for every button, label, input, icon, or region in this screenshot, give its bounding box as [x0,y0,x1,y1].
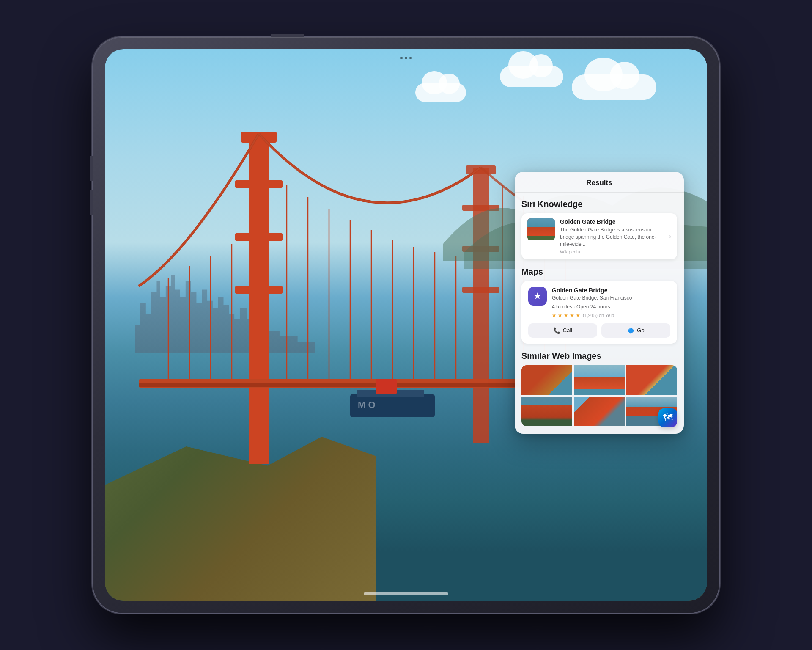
svg-rect-4 [235,286,283,294]
knowledge-title: Golden Gate Bridge [560,218,664,225]
svg-rect-2 [235,180,283,188]
maps-icon: 🗺 [663,412,672,423]
star-1: ★ [552,312,557,318]
rating-row: ★ ★ ★ ★ ★ (1,915) on Yelp [552,312,670,318]
maps-distance: 4.5 miles · Open 24 hours [552,303,670,311]
siri-knowledge-section-label: Siri Knowledge [521,199,677,209]
panel-header: Results [515,172,684,193]
knowledge-thumbnail [527,218,555,240]
camera-dot-2 [405,57,407,59]
maps-info: Golden Gate Bridge Golden Gate Bridge, S… [552,287,670,318]
camera-dots [400,57,412,59]
ipad-device: M O Results Siri Knowledge [93,37,719,613]
star-2: ★ [558,312,562,318]
similar-image-3[interactable] [626,365,677,395]
panel-title: Results [586,179,612,187]
svg-rect-3 [235,233,283,241]
call-button[interactable]: 📞 Call [528,323,597,338]
similar-images-grid [521,365,677,426]
svg-rect-6 [466,165,496,174]
star-5-half: ★ [576,312,580,318]
knowledge-card[interactable]: Golden Gate Bridge The Golden Gate Bridg… [521,213,677,259]
svg-rect-1 [241,132,277,143]
cloud-3 [415,83,466,102]
maps-location-subtitle: Golden Gate Bridge, San Francisco [552,295,670,302]
power-button[interactable] [271,34,304,37]
cloud-2 [500,66,563,87]
siri-maps-icon[interactable]: 🗺 [658,408,677,427]
home-indicator[interactable] [364,592,448,595]
device-screen: M O Results Siri Knowledge [105,49,707,601]
maps-card-top: ★ Golden Gate Bridge Golden Gate Bridge,… [528,287,670,318]
star-3: ★ [564,312,568,318]
camera-dot-3 [409,57,412,59]
call-button-label: Call [563,327,572,333]
chevron-right-icon: › [669,233,671,240]
phone-icon: 📞 [553,327,560,334]
device-frame: M O Results Siri Knowledge [93,37,719,613]
volume-up-button[interactable] [90,156,93,181]
panel-content: Siri Knowledge Golden Gate Bridge The Go… [515,193,684,434]
svg-rect-8 [462,246,499,252]
maps-card: ★ Golden Gate Bridge Golden Gate Bridge,… [521,281,677,344]
maps-app-icon: ★ [528,287,547,306]
similar-image-2[interactable] [574,365,625,395]
maps-go-icon: 🔷 [627,327,634,334]
maps-location-title: Golden Gate Bridge [552,287,670,294]
camera-dot-1 [400,57,403,59]
cloud-1 [572,74,656,100]
reviews-count: (1,915) on Yelp [583,313,614,318]
maps-actions: 📞 Call 🔷 Go [528,323,670,338]
similar-image-4[interactable] [521,397,572,426]
siri-results-panel: Results Siri Knowledge Golden Gate Bridg… [515,172,684,434]
star-icon: ★ [533,291,542,302]
similar-image-1[interactable] [521,365,572,395]
similar-images-section-label: Similar Web Images [521,351,677,361]
similar-image-5[interactable] [574,397,625,426]
volume-down-button[interactable] [90,190,93,215]
maps-section-label: Maps [521,267,677,277]
knowledge-thumb-image [527,218,555,240]
go-button-label: Go [637,327,644,333]
go-button[interactable]: 🔷 Go [601,323,670,338]
star-4: ★ [570,312,574,318]
knowledge-source: Wikipedia [560,249,664,254]
knowledge-description: The Golden Gate Bridge is a suspension b… [560,226,664,248]
svg-rect-9 [462,287,499,293]
svg-rect-7 [462,205,499,211]
knowledge-text-content: Golden Gate Bridge The Golden Gate Bridg… [560,218,664,254]
